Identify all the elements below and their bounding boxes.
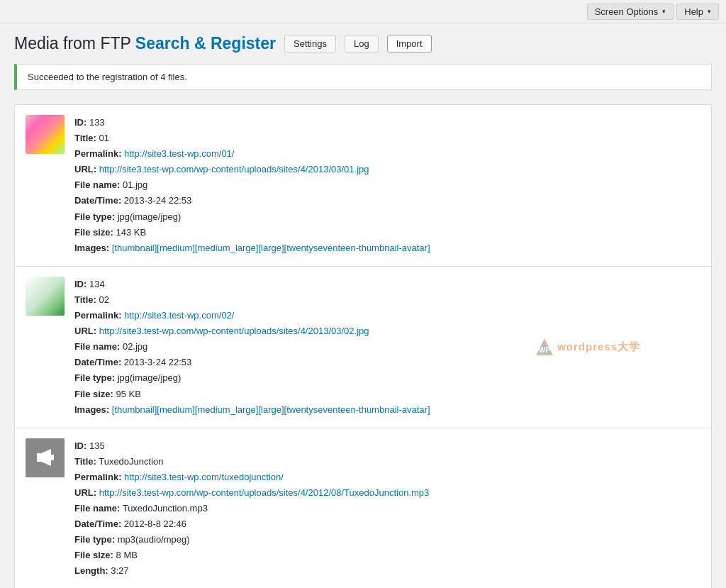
image-tags: [thumbnail][medium][medium_large][large]…	[112, 243, 430, 253]
media-permalink: Permalink: http://site3.test-wp.com/01/	[74, 146, 700, 162]
media-datetime: Date/Time: 2013-3-24 22:53	[74, 193, 700, 209]
permalink-link[interactable]: http://site3.test-wp.com/01/	[124, 148, 234, 159]
media-id: ID: 133	[74, 115, 700, 131]
log-button[interactable]: Log	[345, 35, 379, 52]
media-thumbnail	[26, 115, 65, 154]
media-thumbnail-audio	[26, 438, 65, 477]
image-tags: [thumbnail][medium][medium_large][large]…	[112, 404, 430, 415]
screen-options-button[interactable]: Screen Options ▾	[587, 4, 674, 20]
media-info: ID: 134Title: 02Permalink: http://site3.…	[74, 277, 700, 418]
page-title-static: Media from FTP	[14, 34, 130, 52]
page-title-highlight: Search & Register	[135, 34, 276, 52]
media-info: ID: 135Title: TuxedoJunctionPermalink: h…	[74, 438, 700, 579]
media-title: Title: TuxedoJunction	[74, 454, 700, 470]
media-list: ID: 133Title: 01Permalink: http://site3.…	[14, 104, 712, 588]
media-permalink: Permalink: http://site3.test-wp.com/02/	[74, 308, 700, 323]
help-label: Help	[684, 6, 703, 17]
page-title: Media from FTP Search & Register	[14, 34, 276, 53]
screen-options-label: Screen Options	[595, 6, 659, 17]
url-link[interactable]: http://site3.test-wp.com/wp-content/uplo…	[99, 326, 369, 336]
help-button[interactable]: Help ▾	[676, 4, 719, 20]
media-id: ID: 135	[74, 438, 700, 454]
chevron-down-icon: ▾	[662, 8, 666, 15]
media-url: URL: http://site3.test-wp.com/wp-content…	[74, 162, 700, 177]
media-item: ID: 135Title: TuxedoJunctionPermalink: h…	[15, 428, 711, 588]
svg-rect-3	[37, 453, 41, 462]
media-filename: File name: 02.jpg	[74, 339, 700, 355]
media-filesize: File size: 95 KB	[74, 387, 700, 402]
media-permalink: Permalink: http://site3.test-wp.com/tuxe…	[74, 470, 700, 485]
permalink-link[interactable]: http://site3.test-wp.com/tuxedojunction/	[124, 472, 284, 482]
page-title-area: Media from FTP Search & Register Setting…	[14, 34, 712, 53]
media-images: Images: [thumbnail][medium][medium_large…	[74, 240, 700, 256]
media-filetype: File type: jpg(image/jpeg)	[74, 209, 700, 225]
media-id: ID: 134	[74, 277, 700, 292]
top-bar: Screen Options ▾ Help ▾	[0, 0, 726, 23]
media-item: ID: 133Title: 01Permalink: http://site3.…	[15, 105, 711, 267]
media-filename: File name: 01.jpg	[74, 177, 700, 193]
media-images: Images: [thumbnail][medium][medium_large…	[74, 402, 700, 418]
main-content: Media from FTP Search & Register Setting…	[0, 23, 726, 588]
settings-button[interactable]: Settings	[284, 35, 336, 52]
media-filename: File name: TuxedoJunction.mp3	[74, 501, 700, 516]
media-filetype: File type: jpg(image/jpeg)	[74, 370, 700, 386]
media-datetime: Date/Time: 2012-8-8 22:46	[74, 516, 700, 532]
media-filesize: File size: 8 MB	[74, 548, 700, 563]
media-item: ID: 134Title: 02Permalink: http://site3.…	[15, 267, 711, 428]
media-url: URL: http://site3.test-wp.com/wp-content…	[74, 323, 700, 339]
success-notice: Succeeded to the registration of 4 files…	[14, 64, 712, 90]
media-title: Title: 01	[74, 131, 700, 146]
media-url: URL: http://site3.test-wp.com/wp-content…	[74, 485, 700, 501]
svg-rect-5	[51, 455, 54, 460]
import-button[interactable]: Import	[387, 35, 432, 52]
permalink-link[interactable]: http://site3.test-wp.com/02/	[124, 310, 234, 321]
media-datetime: Date/Time: 2013-3-24 22:53	[74, 355, 700, 370]
media-info: ID: 133Title: 01Permalink: http://site3.…	[74, 115, 700, 256]
media-length: Length: 3:27	[74, 563, 700, 579]
svg-marker-4	[41, 449, 51, 466]
url-link[interactable]: http://site3.test-wp.com/wp-content/uplo…	[99, 164, 369, 174]
media-thumbnail	[26, 277, 65, 316]
media-filetype: File type: mp3(audio/mpeg)	[74, 532, 700, 548]
url-link[interactable]: http://site3.test-wp.com/wp-content/uplo…	[99, 487, 430, 498]
media-title: Title: 02	[74, 292, 700, 308]
media-filesize: File size: 143 KB	[74, 225, 700, 240]
chevron-down-icon: ▾	[708, 8, 711, 15]
notice-message: Succeeded to the registration of 4 files…	[28, 72, 187, 82]
